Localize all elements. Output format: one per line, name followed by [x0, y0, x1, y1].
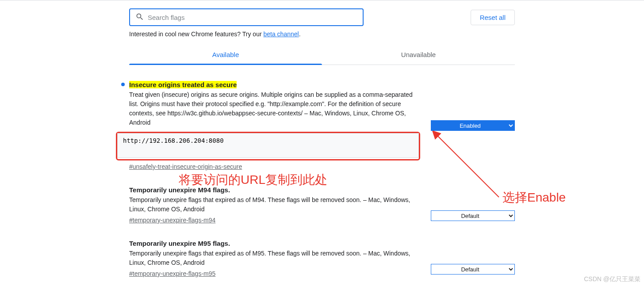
origin-input[interactable] — [117, 133, 419, 158]
search-input[interactable] — [148, 14, 357, 21]
header-row: Reset all — [129, 0, 515, 31]
reset-all-button[interactable]: Reset all — [471, 10, 515, 25]
flags-list: Insecure origins treated as secure Treat… — [129, 65, 515, 277]
tab-available[interactable]: Available — [129, 45, 322, 65]
flag-anchor-link[interactable]: #temporary-unexpire-flags-m95 — [129, 270, 215, 277]
promo-suffix: . — [299, 31, 301, 38]
flag-state-select[interactable]: Default — [431, 210, 515, 221]
flag-anchor-link[interactable]: #unsafely-treat-insecure-origin-as-secur… — [129, 163, 242, 170]
flag-description: Temporarily unexpire flags that expired … — [129, 195, 420, 214]
flag-state-select[interactable]: Enabled — [431, 120, 515, 131]
search-icon — [135, 12, 144, 23]
flag-description: Temporarily unexpire flags that expired … — [129, 249, 420, 267]
flag-anchor-link[interactable]: #temporary-unexpire-flags-m94 — [129, 217, 215, 224]
flag-description: Treat given (insecure) origins as secure… — [129, 90, 420, 127]
promo-prefix: Interested in cool new Chrome features? … — [129, 31, 263, 38]
tab-unavailable[interactable]: Unavailable — [322, 45, 515, 65]
flag-row: Temporarily unexpire M94 flags. Temporar… — [129, 186, 515, 224]
beta-channel-link[interactable]: beta channel — [263, 31, 299, 38]
flag-row: Insecure origins treated as secure Treat… — [129, 81, 515, 170]
modified-indicator-icon — [121, 83, 125, 86]
flag-title: Temporarily unexpire M94 flags. — [129, 186, 230, 194]
flag-title: Insecure origins treated as secure — [129, 81, 237, 88]
annotation-box-url — [116, 132, 420, 160]
flag-state-select[interactable]: Default — [431, 264, 515, 275]
flag-title: Temporarily unexpire M95 flags. — [129, 240, 230, 247]
watermark: CSDN @亿只王菜菜 — [584, 275, 640, 283]
search-box[interactable] — [129, 8, 364, 26]
tabs: Available Unavailable — [129, 45, 515, 65]
flag-row: Temporarily unexpire M95 flags. Temporar… — [129, 240, 515, 277]
promo-text: Interested in cool new Chrome features? … — [129, 31, 515, 38]
